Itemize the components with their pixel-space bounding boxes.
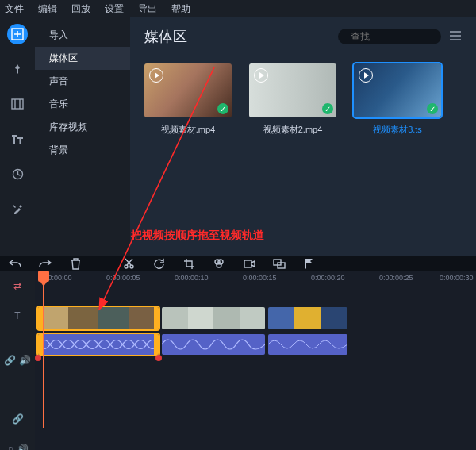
rail-clock-icon[interactable] [7, 163, 28, 184]
tree-sound[interactable]: 声音 [35, 70, 130, 93]
hamburger-icon[interactable] [449, 29, 462, 44]
check-icon: ✓ [217, 103, 228, 114]
tree-media[interactable]: 媒体区 [35, 47, 130, 70]
ruler-tick: 0:00:00:30 [440, 274, 474, 282]
keyframe-dot[interactable] [155, 355, 162, 361]
play-icon[interactable] [254, 68, 268, 83]
play-icon[interactable] [149, 68, 163, 83]
track-rail: ⇄ T 🔗 🔊 🔗 ♫ 🔊 [0, 271, 35, 450]
clip-name: 视频素材.mp4 [161, 124, 215, 136]
delete-icon[interactable] [68, 256, 83, 271]
timeline-audio-clip[interactable] [38, 334, 159, 355]
tool-rail [0, 17, 35, 256]
tree-music[interactable]: 音乐 [35, 93, 130, 116]
audio-track-icon[interactable]: ♫ 🔊 [6, 444, 28, 450]
timeline-clip[interactable] [268, 307, 347, 329]
marker-icon[interactable] [302, 256, 317, 271]
rail-tools-icon[interactable] [7, 198, 28, 219]
rotate-icon[interactable] [152, 256, 166, 271]
upper-pane: 导入 媒体区 声音 音乐 库存视频 背景 媒体区 [0, 17, 476, 256]
media-clip[interactable]: ✓ 视频素材2.mp4 [249, 63, 336, 136]
menu-edit[interactable]: 编辑 [38, 2, 57, 16]
timeline-audio-clip[interactable] [268, 334, 347, 355]
nav-tree: 导入 媒体区 声音 音乐 库存视频 背景 [35, 17, 130, 256]
check-icon: ✓ [427, 103, 438, 114]
record-icon[interactable] [242, 256, 256, 271]
pip-icon[interactable] [272, 256, 286, 271]
menubar: 文件 编辑 回放 设置 导出 帮助 [0, 0, 476, 17]
svg-rect-1 [12, 99, 23, 109]
timeline-toolbar [0, 256, 476, 271]
rail-text-icon[interactable] [7, 129, 28, 149]
menu-export[interactable]: 导出 [138, 2, 157, 16]
check-icon: ✓ [322, 103, 333, 114]
timeline-clip[interactable] [162, 307, 265, 329]
redo-icon[interactable] [38, 256, 52, 271]
rail-transition-icon[interactable] [7, 94, 28, 114]
timeline-area: ⇄ T 🔗 🔊 🔗 ♫ 🔊 0:00:00:00 0:00:00:05 0:00… [0, 271, 476, 450]
tracks[interactable]: 0:00:00:00 0:00:00:05 0:00:00:10 0:00:00… [35, 271, 476, 450]
rail-pin-icon[interactable] [7, 59, 28, 79]
track-options-icon[interactable]: ⇄ [13, 280, 21, 291]
search-box[interactable] [338, 29, 441, 44]
media-panel: 媒体区 ✓ 视频素材.mp4 ✓ 视 [130, 17, 476, 256]
timeline-clip[interactable] [38, 307, 159, 329]
undo-icon[interactable] [8, 256, 22, 271]
menu-file[interactable]: 文件 [5, 2, 24, 16]
clip-name: 视频素材3.ts [373, 124, 422, 136]
menu-help[interactable]: 帮助 [171, 2, 190, 16]
playhead[interactable] [38, 271, 49, 450]
video-track-icons[interactable]: 🔗 🔊 [4, 355, 30, 366]
ruler-tick: 0:00:00:25 [379, 274, 413, 282]
ruler-tick: 0:00:00:05 [106, 274, 140, 282]
menu-playback[interactable]: 回放 [71, 2, 90, 16]
svg-rect-10 [244, 260, 251, 267]
cut-icon[interactable] [121, 256, 136, 271]
clip-name: 视频素材2.mp4 [263, 124, 323, 136]
media-clip[interactable]: ✓ 视频素材.mp4 [144, 63, 232, 136]
media-title: 媒体区 [144, 27, 187, 46]
crop-icon[interactable] [182, 256, 196, 271]
rail-import-icon[interactable] [7, 24, 28, 44]
timeline-audio-clip[interactable] [162, 334, 265, 355]
tree-background[interactable]: 背景 [35, 139, 130, 162]
media-clip[interactable]: ✓ 视频素材3.ts [354, 63, 441, 136]
link-icon[interactable]: 🔗 [12, 413, 24, 425]
app-root: 文件 编辑 回放 设置 导出 帮助 [0, 0, 476, 450]
tree-import[interactable]: 导入 [35, 24, 130, 47]
ruler-tick: 0:00:00:15 [243, 274, 277, 282]
play-icon[interactable] [359, 68, 373, 83]
color-icon[interactable] [212, 256, 226, 271]
svg-point-6 [130, 265, 133, 268]
text-track-icon[interactable]: T [14, 310, 20, 321]
svg-point-5 [125, 265, 128, 268]
ruler-tick: 0:00:00:20 [311, 274, 345, 282]
menu-settings[interactable]: 设置 [105, 2, 124, 16]
ruler-tick: 0:00:00:10 [175, 274, 209, 282]
time-ruler[interactable]: 0:00:00:00 0:00:00:05 0:00:00:10 0:00:00… [35, 271, 476, 288]
tree-stock[interactable]: 库存视频 [35, 116, 130, 139]
